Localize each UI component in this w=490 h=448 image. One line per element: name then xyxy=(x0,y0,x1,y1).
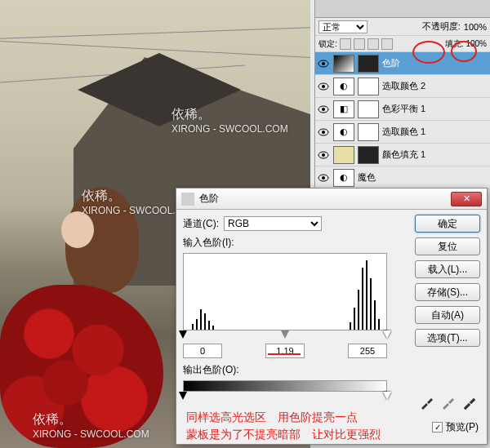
layer-mask-thumb[interactable] xyxy=(358,78,379,95)
output-white-handle[interactable] xyxy=(383,392,391,400)
annotation-text: 同样选高光选区 用色阶提亮一点 蒙板是为了不提亮暗部 让对比更强烈 xyxy=(186,409,381,443)
svg-point-5 xyxy=(322,108,325,111)
layer-name: 选取颜色 1 xyxy=(382,126,425,138)
svg-point-7 xyxy=(322,131,325,134)
eyedropper-gray-icon[interactable] xyxy=(441,395,456,410)
histogram-bars xyxy=(184,256,386,330)
watermark-cn: 依稀。 xyxy=(172,106,288,123)
watermark: 依稀。 XIRONG - SWCOOL.COM xyxy=(33,411,149,440)
eyedropper-white-icon[interactable] xyxy=(462,395,477,410)
colorfill-thumb-icon[interactable] xyxy=(333,146,354,164)
layer-mask-thumb[interactable] xyxy=(358,100,379,118)
levels-thumb-icon[interactable] xyxy=(333,55,354,73)
layer-mask-thumb[interactable] xyxy=(358,123,379,141)
layer-row-selectivecolor2[interactable]: ◐ 选取颜色 2 xyxy=(315,75,490,98)
lock-all-icon[interactable] xyxy=(381,38,393,50)
opacity-value[interactable]: 100% xyxy=(464,22,487,32)
preview-checkbox[interactable]: ✓ xyxy=(432,422,443,432)
lock-label: 锁定: xyxy=(318,38,337,50)
layer-name: 色彩平衡 1 xyxy=(382,103,425,115)
opacity-label: 不透明度: xyxy=(422,20,461,33)
load-button[interactable]: 载入(L)... xyxy=(415,260,480,278)
white-point-handle[interactable] xyxy=(383,330,391,339)
watermark-cn: 依稀。 xyxy=(33,411,149,428)
ok-button[interactable]: 确定 xyxy=(415,215,480,233)
save-button[interactable]: 存储(S)... xyxy=(415,283,480,301)
lock-position-icon[interactable] xyxy=(368,38,379,50)
input-slider[interactable] xyxy=(183,330,387,342)
visibility-icon[interactable] xyxy=(317,104,330,115)
input-values-row xyxy=(183,344,387,358)
input-black-field[interactable] xyxy=(183,344,222,358)
svg-point-3 xyxy=(322,85,325,88)
annotation-underline xyxy=(268,353,301,355)
layer-mask-thumb[interactable] xyxy=(358,55,379,73)
layer-row-colorfill[interactable]: 颜色填充 1 xyxy=(315,144,490,166)
visibility-icon[interactable] xyxy=(317,126,330,138)
lock-transparent-icon[interactable] xyxy=(340,38,351,50)
eyedroppers xyxy=(420,395,477,410)
dialog-title: 色阶 xyxy=(199,192,451,206)
layer-row-colorbalance[interactable]: ◧ 色彩平衡 1 xyxy=(315,98,490,121)
black-point-handle[interactable] xyxy=(179,330,187,339)
channel-label: 通道(C): xyxy=(183,217,219,231)
watermark-en: XIRONG - SWCOOL.COM xyxy=(33,428,149,440)
fill-value[interactable]: 100% xyxy=(466,39,487,48)
layer-name: 色阶 xyxy=(382,57,400,69)
adjustment-thumb-icon[interactable]: ◐ xyxy=(333,123,354,141)
watermark: 依稀。 XIRONG - SWCOOL.COM xyxy=(172,106,288,135)
options-button[interactable]: 选项(T)... xyxy=(415,329,480,347)
input-white-field[interactable] xyxy=(348,344,387,358)
output-slider[interactable] xyxy=(183,392,387,403)
wire xyxy=(0,27,310,38)
annotation-line2: 蒙板是为了不提亮暗部 让对比更强烈 xyxy=(186,426,381,443)
preview-label: 预览(P) xyxy=(446,420,479,434)
output-gradient[interactable] xyxy=(183,380,387,392)
svg-point-1 xyxy=(322,62,325,65)
blend-mode-select[interactable]: 正常 xyxy=(318,20,368,33)
visibility-icon[interactable] xyxy=(317,172,330,184)
channel-select[interactable]: RGB xyxy=(224,216,322,231)
svg-point-9 xyxy=(322,153,325,157)
preview-row: ✓ 预览(P) xyxy=(432,420,479,434)
adjustment-thumb-icon[interactable]: ◐ xyxy=(333,169,354,187)
fill-label: 填充: xyxy=(445,38,464,50)
input-gamma-field[interactable] xyxy=(265,344,305,358)
layer-row-levels[interactable]: 色阶 xyxy=(315,52,490,75)
histogram xyxy=(183,253,387,330)
levels-dialog: 色阶 ✕ 通道(C): RGB 输入色阶(I): xyxy=(176,188,488,445)
dialog-icon xyxy=(181,193,194,206)
adjustment-thumb-icon[interactable]: ◐ xyxy=(333,78,354,95)
cancel-button[interactable]: 复位 xyxy=(415,237,480,255)
output-black-handle[interactable] xyxy=(179,392,187,400)
adjustment-thumb-icon[interactable]: ◧ xyxy=(333,100,354,118)
dialog-titlebar[interactable]: 色阶 ✕ xyxy=(176,189,487,210)
lock-row: 锁定: 填充: 100% xyxy=(315,36,490,52)
button-column: 确定 复位 载入(L)... 存储(S)... 自动(A) 选项(T)... xyxy=(415,215,480,347)
close-button[interactable]: ✕ xyxy=(451,192,482,206)
svg-point-11 xyxy=(322,176,325,180)
layer-row-base[interactable]: ◐ 魔色 xyxy=(315,166,490,189)
visibility-icon[interactable] xyxy=(317,149,330,161)
layer-row-selectivecolor1[interactable]: ◐ 选取颜色 1 xyxy=(315,121,490,144)
gamma-handle[interactable] xyxy=(281,330,289,339)
lock-pixels-icon[interactable] xyxy=(354,38,365,50)
auto-button[interactable]: 自动(A) xyxy=(415,306,480,324)
panel-header xyxy=(315,0,490,18)
blend-row: 正常 不透明度: 100% xyxy=(315,18,490,36)
output-levels-label: 输出色阶(O): xyxy=(183,363,480,377)
annotation-line1: 同样选高光选区 用色阶提亮一点 xyxy=(186,409,381,426)
layer-name: 魔色 xyxy=(358,171,376,184)
face xyxy=(61,211,94,248)
eyedropper-black-icon[interactable] xyxy=(420,395,434,410)
visibility-icon[interactable] xyxy=(317,81,330,92)
layer-mask-thumb[interactable] xyxy=(358,146,379,164)
layer-name: 颜色填充 1 xyxy=(382,149,425,161)
watermark-en: XIRONG - SWCOOL.COM xyxy=(172,123,288,135)
layer-name: 选取颜色 2 xyxy=(382,80,425,92)
visibility-icon[interactable] xyxy=(317,58,330,69)
